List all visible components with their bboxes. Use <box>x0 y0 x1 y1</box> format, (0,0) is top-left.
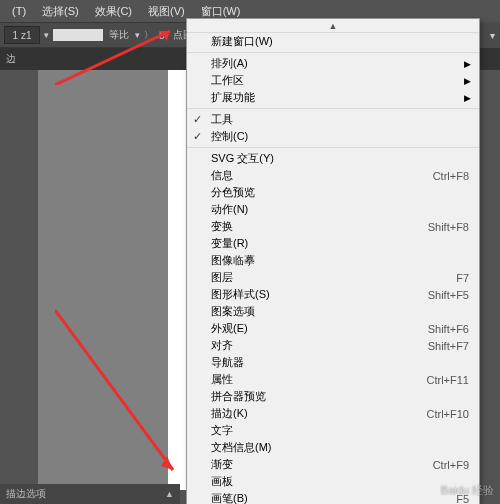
menu-item[interactable]: 工作区▶ <box>187 72 479 89</box>
menu-item[interactable]: 动作(N) <box>187 201 479 218</box>
menu-item-label: 控制(C) <box>211 129 469 144</box>
bottom-panel[interactable]: 描边选项 ▲ <box>0 484 180 504</box>
dropdown-icon[interactable]: ▾ <box>135 30 140 40</box>
menu-item[interactable]: 文档信息(M) <box>187 439 479 456</box>
menu-item[interactable]: 图形样式(S)Shift+F5 <box>187 286 479 303</box>
menu-item[interactable]: 画板 <box>187 473 479 490</box>
submenu-arrow-icon: ▶ <box>464 59 471 69</box>
window-menu-dropdown: ▲ 新建窗口(W)排列(A)▶工作区▶扩展功能▶✓工具✓控制(C)SVG 交互(… <box>186 18 480 504</box>
zoom-field[interactable]: 1 z1 <box>4 26 40 44</box>
menu-item-label: 描边(K) <box>211 406 427 421</box>
shortcut-label: Shift+F6 <box>428 323 469 335</box>
separator <box>187 147 479 148</box>
scroll-up-icon[interactable]: ▲ <box>187 19 479 33</box>
menu-item-label: 图像临摹 <box>211 253 469 268</box>
check-icon: ✓ <box>193 113 202 126</box>
menu-item[interactable]: 变换Shift+F8 <box>187 218 479 235</box>
menu-item[interactable]: 描边(K)Ctrl+F10 <box>187 405 479 422</box>
panel-label: 描边选项 <box>6 487 46 501</box>
menu-item[interactable]: SVG 交互(Y) <box>187 150 479 167</box>
menu-item[interactable]: 对齐Shift+F7 <box>187 337 479 354</box>
menu-item-label: 文档信息(M) <box>211 440 469 455</box>
menu-item[interactable]: 扩展功能▶ <box>187 89 479 106</box>
dropdown-icon[interactable]: ▾ <box>44 30 49 40</box>
menu-item-label: 工作区 <box>211 73 469 88</box>
menu-item[interactable]: 渐变Ctrl+F9 <box>187 456 479 473</box>
menu-item-label: 外观(E) <box>211 321 428 336</box>
menu-item-label: 属性 <box>211 372 427 387</box>
shortcut-label: Shift+F8 <box>428 221 469 233</box>
menu-item-label: 信息 <box>211 168 433 183</box>
menu-item-label: 新建窗口(W) <box>211 34 469 49</box>
menu-item-label: SVG 交互(Y) <box>211 151 469 166</box>
menu-选择s[interactable]: 选择(S) <box>34 2 87 21</box>
menu-视图v[interactable]: 视图(V) <box>140 2 193 21</box>
separator <box>187 52 479 53</box>
menu-item-label: 画笔(B) <box>211 491 456 504</box>
menu-icon[interactable]: ▾ <box>490 30 495 41</box>
menu-item-label: 画板 <box>211 474 469 489</box>
shortcut-label: Shift+F7 <box>428 340 469 352</box>
menu-item-label: 图案选项 <box>211 304 469 319</box>
shortcut-label: Shift+F5 <box>428 289 469 301</box>
stroke-preview[interactable] <box>53 29 103 41</box>
shortcut-label: Ctrl+F10 <box>427 408 470 420</box>
shortcut-label: F7 <box>456 272 469 284</box>
menu-item[interactable]: 拼合器预览 <box>187 388 479 405</box>
menu-t[interactable]: (T) <box>4 3 34 19</box>
menu-item[interactable]: 新建窗口(W) <box>187 33 479 50</box>
stroke-label: 等比 <box>107 28 131 42</box>
menu-item[interactable]: 图像临摹 <box>187 252 479 269</box>
left-toolbar[interactable] <box>0 70 36 490</box>
watermark: Baidu 经验 <box>441 483 494 498</box>
menu-item-label: 图层 <box>211 270 456 285</box>
menu-item[interactable]: 分色预览 <box>187 184 479 201</box>
submenu-arrow-icon: ▶ <box>464 93 471 103</box>
menu-item-label: 工具 <box>211 112 469 127</box>
check-icon: ✓ <box>193 130 202 143</box>
num-field[interactable]: 5 <box>157 30 167 41</box>
menu-item-label: 扩展功能 <box>211 90 469 105</box>
menu-item[interactable]: 属性Ctrl+F11 <box>187 371 479 388</box>
menu-item[interactable]: 图层F7 <box>187 269 479 286</box>
shortcut-label: Ctrl+F9 <box>433 459 469 471</box>
shortcut-label: Ctrl+F11 <box>427 374 470 386</box>
menu-item[interactable]: 图案选项 <box>187 303 479 320</box>
menu-效果c[interactable]: 效果(C) <box>87 2 140 21</box>
menu-item[interactable]: 排列(A)▶ <box>187 55 479 72</box>
menu-item[interactable]: 文字 <box>187 422 479 439</box>
separator <box>187 108 479 109</box>
menu-item-label: 图形样式(S) <box>211 287 428 302</box>
menu-item-label: 排列(A) <box>211 56 469 71</box>
menu-item[interactable]: ✓控制(C) <box>187 128 479 145</box>
menu-item-label: 文字 <box>211 423 469 438</box>
menu-item-label: 分色预览 <box>211 185 469 200</box>
menu-item-label: 对齐 <box>211 338 428 353</box>
shortcut-label: Ctrl+F8 <box>433 170 469 182</box>
tab[interactable]: 边 <box>6 52 16 66</box>
caret-icon: 〉 <box>144 29 153 42</box>
menu-item-label: 变量(R) <box>211 236 469 251</box>
menu-item[interactable]: 变量(R) <box>187 235 479 252</box>
menu-item[interactable]: 画笔(B)F5 <box>187 490 479 504</box>
menu-item-label: 导航器 <box>211 355 469 370</box>
menu-item-label: 动作(N) <box>211 202 469 217</box>
menu-item-label: 拼合器预览 <box>211 389 469 404</box>
menu-item[interactable]: 导航器 <box>187 354 479 371</box>
expand-icon[interactable]: ▲ <box>165 489 174 499</box>
submenu-arrow-icon: ▶ <box>464 76 471 86</box>
menu-item[interactable]: 外观(E)Shift+F6 <box>187 320 479 337</box>
menu-item-label: 变换 <box>211 219 428 234</box>
menu-item-label: 渐变 <box>211 457 433 472</box>
menu-item[interactable]: 信息Ctrl+F8 <box>187 167 479 184</box>
menu-item[interactable]: ✓工具 <box>187 111 479 128</box>
